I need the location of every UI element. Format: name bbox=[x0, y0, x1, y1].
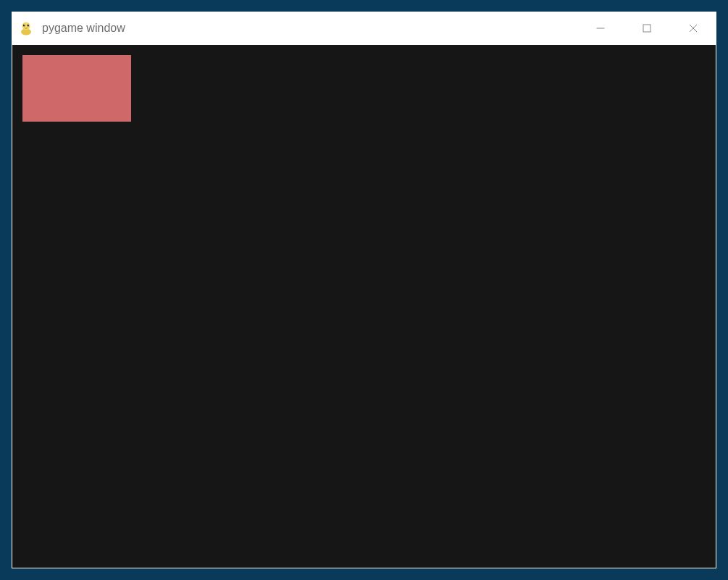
red-rectangle bbox=[22, 55, 131, 122]
window-controls bbox=[577, 12, 716, 45]
pygame-canvas[interactable] bbox=[12, 45, 716, 568]
pygame-window: pygame window bbox=[12, 12, 716, 568]
svg-point-4 bbox=[24, 25, 25, 25]
window-title: pygame window bbox=[42, 22, 577, 35]
titlebar[interactable]: pygame window bbox=[12, 12, 716, 45]
minimize-button[interactable] bbox=[577, 12, 624, 45]
svg-rect-7 bbox=[643, 25, 650, 32]
maximize-button[interactable] bbox=[624, 12, 670, 45]
svg-point-5 bbox=[28, 25, 29, 25]
close-button[interactable] bbox=[670, 12, 716, 45]
pygame-snake-icon bbox=[19, 21, 33, 35]
